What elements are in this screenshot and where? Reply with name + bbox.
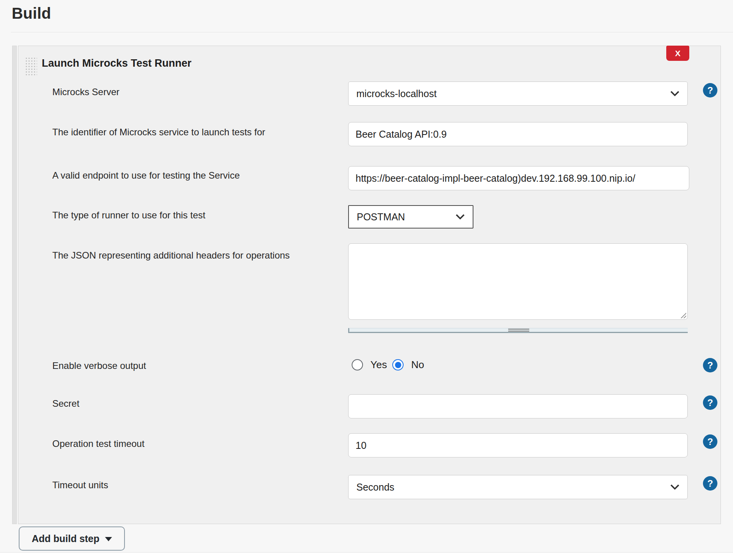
footer-strip [0, 552, 733, 560]
add-build-step-button[interactable]: Add build step [19, 526, 125, 551]
page-title: Build [12, 5, 51, 22]
secret-input[interactable] [348, 394, 688, 418]
runner-type-selected-value: POSTMAN [357, 211, 405, 223]
service-identifier-input[interactable] [348, 122, 688, 146]
timeout-units-select[interactable]: Seconds [348, 475, 688, 499]
chevron-down-icon [671, 88, 680, 97]
help-icon-verbose[interactable]: ? [703, 358, 717, 372]
verbose-radio-group: Yes No [352, 359, 424, 371]
radio-dot-icon [395, 362, 401, 368]
grip-icon [508, 329, 529, 332]
build-step-drag-strip[interactable] [12, 46, 17, 524]
jenkins-build-config-page: Build X Launch Microcks Test Runner Micr… [0, 0, 733, 560]
section-divider [11, 32, 733, 32]
field-label-timeout-units: Timeout units [52, 480, 108, 491]
field-label-endpoint: A valid endpoint to use for testing the … [52, 170, 240, 181]
test-endpoint-input[interactable] [348, 166, 689, 190]
build-step-card: X Launch Microcks Test Runner Microcks S… [18, 46, 721, 524]
field-label-runner: The type of runner to use for this test [52, 210, 205, 221]
verbose-no-radio[interactable] [392, 359, 404, 370]
drag-handle-icon[interactable] [25, 57, 37, 75]
help-icon-secret[interactable]: ? [703, 395, 717, 410]
timeout-input[interactable] [348, 433, 688, 457]
headers-json-textarea[interactable] [348, 243, 688, 320]
textarea-resize-bar[interactable] [348, 328, 688, 333]
timeout-units-selected-value: Seconds [356, 482, 394, 493]
chevron-down-icon [456, 211, 465, 220]
help-icon-timeout-units[interactable]: ? [703, 476, 717, 491]
field-label-headers: The JSON representing additional headers… [52, 250, 290, 261]
verbose-yes-label: Yes [370, 359, 387, 371]
build-step-title: Launch Microcks Test Runner [42, 57, 192, 69]
caret-down-icon [105, 537, 112, 541]
field-label-server: Microcks Server [52, 87, 119, 97]
microcks-server-select[interactable]: microcks-localhost [348, 82, 688, 106]
help-icon-timeout[interactable]: ? [703, 434, 717, 449]
delete-build-step-button[interactable]: X [666, 46, 689, 61]
verbose-yes-radio[interactable] [352, 359, 363, 370]
help-icon-server[interactable]: ? [703, 83, 717, 97]
add-build-step-label: Add build step [32, 533, 100, 544]
field-label-verbose: Enable verbose output [52, 360, 146, 371]
verbose-no-label: No [411, 359, 424, 371]
runner-type-select[interactable]: POSTMAN [348, 205, 473, 229]
field-label-secret: Secret [52, 398, 79, 409]
chevron-down-icon [671, 481, 680, 490]
field-label-service: The identifier of Microcks service to la… [52, 127, 265, 138]
microcks-server-selected-value: microcks-localhost [356, 88, 437, 99]
field-label-timeout: Operation test timeout [52, 438, 144, 449]
